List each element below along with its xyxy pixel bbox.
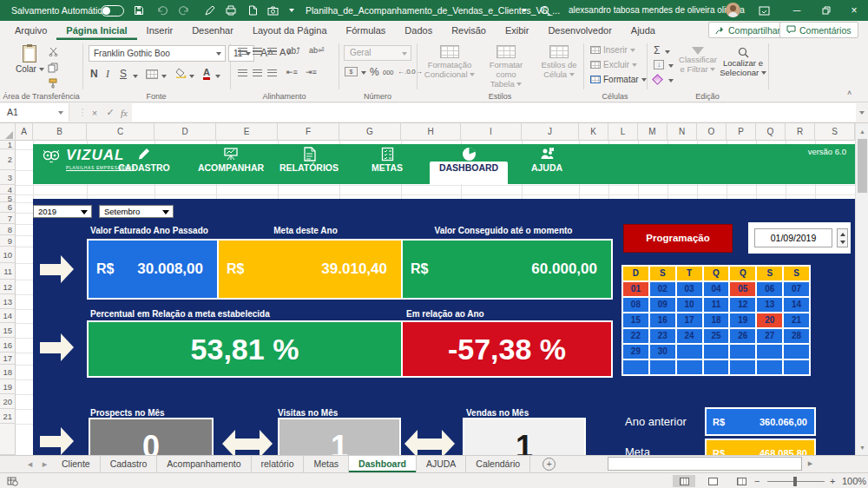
year-dropdown[interactable]: 2019: [33, 205, 92, 218]
ribbon-tab-arquivo[interactable]: Arquivo: [5, 21, 56, 40]
column-header-C[interactable]: C: [87, 123, 155, 141]
copy-icon[interactable]: [48, 63, 58, 73]
save-icon[interactable]: [130, 2, 148, 19]
row-header-15[interactable]: 15: [0, 323, 16, 338]
menu-item-acompanhar[interactable]: ACOMPANHAR: [189, 144, 273, 184]
calendar-day-16[interactable]: 16: [650, 313, 675, 327]
sheet-tab-metas[interactable]: Metas: [304, 456, 349, 472]
row-header-9[interactable]: 9: [0, 235, 16, 247]
menu-item-cadastro[interactable]: CADASTRO: [102, 144, 186, 184]
accessibility-status-icon[interactable]: [7, 476, 18, 486]
font-name-select[interactable]: Franklin Gothic Boo: [89, 45, 226, 62]
calendar-day-14[interactable]: 14: [784, 298, 809, 312]
title-chevron-icon[interactable]: [516, 2, 533, 19]
add-sheet-icon[interactable]: +: [542, 458, 556, 471]
ribbon-tab-ajuda[interactable]: Ajuda: [621, 21, 665, 40]
formula-input[interactable]: [132, 103, 856, 122]
align-center-icon[interactable]: [253, 69, 262, 76]
calendar-day-04[interactable]: 04: [704, 282, 729, 296]
calendar-day-01[interactable]: 01: [623, 282, 648, 296]
ink-pen-icon[interactable]: [201, 2, 219, 19]
column-header-B[interactable]: B: [33, 123, 87, 141]
clear-icon[interactable]: [652, 74, 663, 85]
scroll-down-icon[interactable]: ▼: [857, 441, 868, 454]
row-header-16[interactable]: 16: [0, 338, 16, 353]
column-header-D[interactable]: D: [155, 123, 216, 141]
row-header-20[interactable]: 20: [0, 394, 16, 409]
name-box[interactable]: A1: [0, 103, 69, 122]
vertical-scrollbar[interactable]: ▲ ▼: [855, 123, 868, 455]
print-preview-icon[interactable]: [222, 2, 240, 19]
column-header-G[interactable]: G: [339, 123, 401, 141]
font-color-icon[interactable]: A: [203, 67, 210, 80]
menu-item-relatórios[interactable]: RELATÓRIOS: [267, 144, 351, 184]
column-header-E[interactable]: E: [216, 123, 278, 141]
fill-color-icon[interactable]: [175, 68, 187, 78]
cell-styles-button[interactable]: Estilos deCélula: [533, 45, 585, 79]
find-select-button[interactable]: Localizar eSelecionar: [719, 47, 767, 77]
sheet-nav-left-icon[interactable]: ◂: [23, 456, 37, 472]
row-header-5[interactable]: 5: [0, 195, 16, 202]
sheet-tab-calendário[interactable]: Calendário: [466, 456, 530, 472]
row-header-2[interactable]: 2: [0, 149, 16, 170]
calendar-day-26[interactable]: 26: [730, 329, 755, 343]
calendar-day-19[interactable]: 19: [730, 313, 755, 327]
paste-button[interactable]: Colar: [16, 45, 44, 74]
delete-cells-button[interactable]: Excluir: [590, 60, 637, 69]
calendar-day-15[interactable]: 15: [623, 313, 648, 327]
menu-item-metas[interactable]: METAS: [345, 144, 429, 184]
format-painter-icon[interactable]: [48, 78, 58, 89]
calendar-day-20[interactable]: 20: [757, 313, 782, 327]
ribbon-tab-dados[interactable]: Dados: [395, 21, 442, 40]
sheet-tab-relatório[interactable]: relatório: [252, 456, 305, 472]
column-header-I[interactable]: I: [461, 123, 522, 141]
column-header-M[interactable]: M: [638, 123, 667, 141]
ribbon-tab-fórmulas[interactable]: Fórmulas: [337, 21, 396, 40]
underline-button[interactable]: S: [120, 68, 127, 80]
decrease-decimal-icon[interactable]: .0→: [410, 68, 423, 76]
calendar-day-18[interactable]: 18: [704, 313, 729, 327]
collapse-ribbon-icon[interactable]: ˄: [847, 89, 852, 97]
calendar-day-03[interactable]: 03: [677, 282, 702, 296]
sheet-tab-acompanhamento[interactable]: Acompanhamento: [157, 456, 251, 472]
row-header-1[interactable]: 1: [0, 141, 16, 149]
autosave-toggle[interactable]: [101, 5, 124, 16]
clear-caret-icon[interactable]: [668, 79, 674, 82]
insert-function-icon[interactable]: fx: [116, 103, 132, 122]
menu-item-ajuda[interactable]: ?AJUDA: [505, 144, 589, 184]
ribbon-options-icon[interactable]: [755, 2, 773, 19]
page-break-view-icon[interactable]: [730, 475, 753, 487]
camera-icon[interactable]: [264, 2, 281, 19]
calendar-day-13[interactable]: 13: [757, 298, 782, 312]
column-header-N[interactable]: N: [667, 123, 697, 141]
row-header-7[interactable]: 7: [0, 213, 16, 224]
calendar-day-17[interactable]: 17: [677, 313, 702, 327]
row-header-21[interactable]: 21: [0, 409, 16, 424]
calendar-day-27[interactable]: 27: [757, 329, 782, 343]
calendar-day-23[interactable]: 23: [650, 329, 675, 343]
zoom-in-icon[interactable]: +: [830, 476, 835, 486]
autosum-caret-icon[interactable]: [665, 50, 670, 54]
redo-icon[interactable]: [175, 2, 193, 19]
calendar-day-24[interactable]: 24: [677, 329, 702, 343]
row-header-8[interactable]: 8: [0, 224, 16, 235]
font-color-caret-icon[interactable]: [215, 75, 220, 78]
sheet-tab-dashboard[interactable]: Dashboard: [349, 456, 417, 472]
row-header-13[interactable]: 13: [0, 294, 16, 309]
horizontal-scroll-thumb[interactable]: [608, 457, 802, 471]
vertical-scroll-thumb[interactable]: [858, 139, 867, 193]
row-header-3[interactable]: 3: [0, 170, 16, 185]
italic-button[interactable]: I: [106, 68, 109, 81]
column-header-J[interactable]: J: [522, 123, 579, 141]
new-document-icon[interactable]: [244, 2, 261, 19]
document-title[interactable]: Planilha_de_Acompanhamento_de_Vendas_e_C…: [306, 5, 514, 16]
calendar-day-28[interactable]: 28: [784, 329, 809, 343]
increase-indent-icon[interactable]: ⇥≡: [306, 68, 317, 76]
align-left-icon[interactable]: [238, 69, 247, 76]
fill-caret-icon[interactable]: [189, 75, 194, 78]
scroll-up-icon[interactable]: ▲: [857, 125, 868, 138]
zoom-out-icon[interactable]: −: [754, 476, 760, 486]
sheet-tab-cadastro[interactable]: Cadastro: [101, 456, 158, 472]
calendar-day-08[interactable]: 08: [623, 298, 648, 312]
row-header-12[interactable]: 12: [0, 280, 16, 294]
